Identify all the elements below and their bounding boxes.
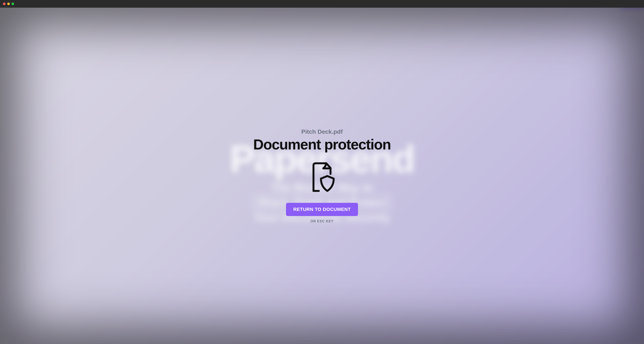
overlay-title: Document protection [253,136,391,153]
protection-overlay: Pitch Deck.pdf Document protection RETUR… [0,8,644,344]
return-to-document-button[interactable]: RETURN TO DOCUMENT [286,203,358,216]
document-name: Pitch Deck.pdf [301,128,343,135]
window-close-button[interactable] [3,2,6,5]
window-minimize-button[interactable] [7,2,10,5]
viewport: Papersend Papersend The Modern Way to Sh… [0,8,644,344]
window-titlebar [0,0,644,8]
document-shield-icon [307,161,337,194]
window-zoom-button[interactable] [12,2,14,5]
app-window: Papersend Papersend The Modern Way to Sh… [0,0,644,344]
esc-hint: OR ESC KEY [310,219,334,223]
